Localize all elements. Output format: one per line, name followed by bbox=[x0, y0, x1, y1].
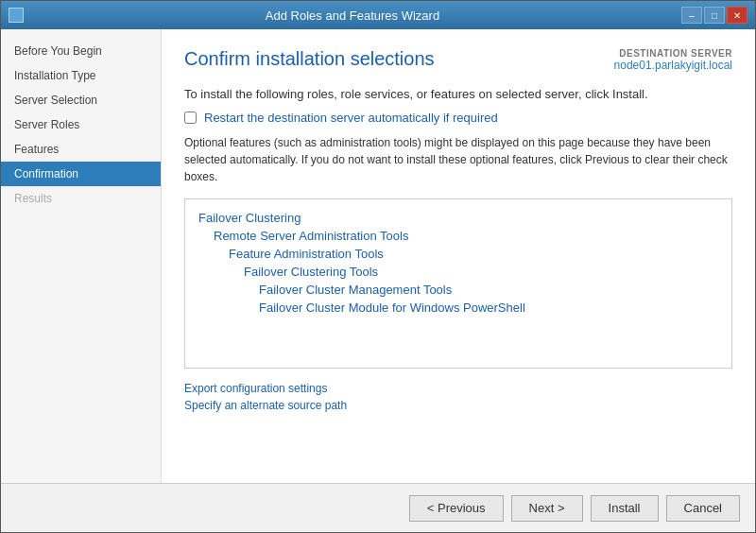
content-area: Before You Begin Installation Type Serve… bbox=[1, 29, 755, 483]
header-section: Confirm installation selections DESTINAT… bbox=[184, 48, 732, 72]
restart-checkbox-row: Restart the destination server automatic… bbox=[184, 111, 732, 125]
sidebar-item-before-you-begin[interactable]: Before You Begin bbox=[1, 39, 161, 63]
window-controls: – □ ✕ bbox=[681, 7, 747, 24]
optional-text: Optional features (such as administratio… bbox=[184, 134, 732, 185]
export-config-link[interactable]: Export configuration settings bbox=[184, 382, 732, 395]
sidebar: Before You Begin Installation Type Serve… bbox=[1, 29, 162, 483]
cancel-button[interactable]: Cancel bbox=[666, 495, 740, 522]
minimize-button[interactable]: – bbox=[681, 7, 702, 24]
instruction-text: To install the following roles, role ser… bbox=[184, 87, 732, 101]
alternate-source-link[interactable]: Specify an alternate source path bbox=[184, 399, 732, 412]
close-button[interactable]: ✕ bbox=[727, 7, 747, 24]
feature-clustering-tools: Failover Clustering Tools bbox=[244, 263, 718, 281]
sidebar-item-installation-type[interactable]: Installation Type bbox=[1, 63, 161, 88]
sidebar-item-server-selection[interactable]: Server Selection bbox=[1, 88, 161, 112]
sidebar-item-results: Results bbox=[1, 186, 161, 211]
feature-cluster-powershell: Failover Cluster Module for Windows Powe… bbox=[259, 299, 718, 317]
install-button[interactable]: Install bbox=[591, 495, 659, 522]
server-name: node01.parlakyigit.local bbox=[614, 59, 732, 72]
restart-checkbox[interactable] bbox=[184, 112, 197, 124]
page-title: Confirm installation selections bbox=[184, 48, 435, 70]
window-title: Add Roles and Features Wizard bbox=[24, 9, 681, 23]
app-icon bbox=[9, 8, 24, 23]
sidebar-item-features[interactable]: Features bbox=[1, 137, 161, 162]
feature-remote-server-admin: Remote Server Administration Tools bbox=[214, 227, 718, 245]
sidebar-item-confirmation[interactable]: Confirmation bbox=[1, 162, 161, 186]
destination-server-info: DESTINATION SERVER node01.parlakyigit.lo… bbox=[614, 48, 732, 72]
maximize-button[interactable]: □ bbox=[704, 7, 725, 24]
restart-checkbox-label[interactable]: Restart the destination server automatic… bbox=[204, 111, 498, 125]
destination-label: DESTINATION SERVER bbox=[614, 48, 732, 59]
footer: < Previous Next > Install Cancel bbox=[1, 483, 755, 532]
features-box: Failover Clustering Remote Server Admini… bbox=[184, 198, 732, 369]
next-button[interactable]: Next > bbox=[511, 495, 583, 522]
previous-button[interactable]: < Previous bbox=[409, 495, 504, 522]
feature-cluster-mgmt-tools: Failover Cluster Management Tools bbox=[259, 281, 718, 299]
title-bar: Add Roles and Features Wizard – □ ✕ bbox=[1, 1, 755, 29]
main-content: Confirm installation selections DESTINAT… bbox=[162, 29, 755, 483]
sidebar-item-server-roles[interactable]: Server Roles bbox=[1, 112, 161, 137]
wizard-window: Add Roles and Features Wizard – □ ✕ Befo… bbox=[0, 0, 756, 533]
feature-failover-clustering: Failover Clustering bbox=[198, 209, 718, 227]
feature-admin-tools: Feature Administration Tools bbox=[229, 245, 718, 263]
